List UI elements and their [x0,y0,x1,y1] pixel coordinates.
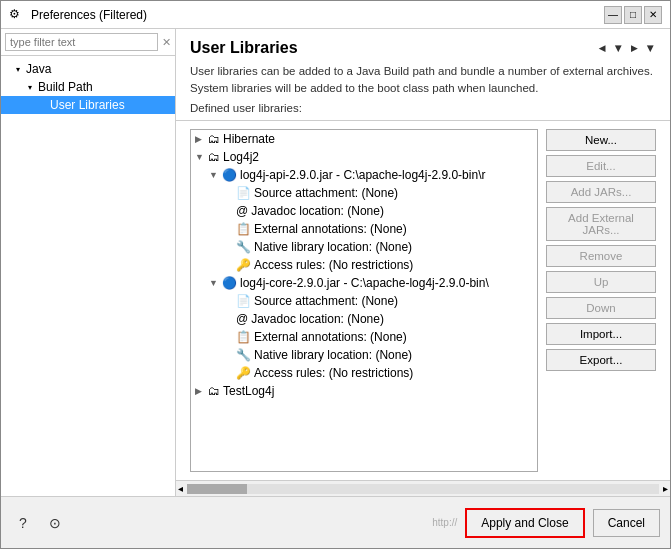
new-button[interactable]: New... [546,129,656,151]
content-header: User Libraries ◂ ▾ ▸ ▾ User libraries ca… [176,29,670,121]
list-item[interactable]: ▼ 🔵 log4j-api-2.9.0.jar - C:\apache-log4… [191,166,537,184]
sidebar-tree: ▾ Java ▾ Build Path User Libraries [1,56,175,496]
expand-icon: ▼ [209,170,219,180]
lib-type-icon: @ [236,204,248,218]
spacer [223,242,233,252]
horizontal-scrollbar[interactable]: ◂ ▸ [176,480,670,496]
lib-label: Log4j2 [223,150,259,164]
remove-button[interactable]: Remove [546,245,656,267]
lib-label: Hibernate [223,132,275,146]
list-item[interactable]: 📋 External annotations: (None) [191,220,537,238]
title-bar: ⚙ Preferences (Filtered) — □ ✕ [1,1,670,29]
spacer [223,332,233,342]
main-area: ✕ ▾ Java ▾ Build Path User Libraries [1,29,670,496]
nav-back-button[interactable]: ◂ [596,40,608,56]
list-item[interactable]: 🔑 Access rules: (No restrictions) [191,256,537,274]
scroll-right-button[interactable]: ▸ [661,483,670,494]
list-item[interactable]: ▼ 🔵 log4j-core-2.9.0.jar - C:\apache-log… [191,274,537,292]
content-title-text: User Libraries [190,39,298,57]
footer-left: ? ⊙ [11,511,67,535]
spacer [223,314,233,324]
expand-icon: ▶ [195,134,205,144]
lib-label: log4j-core-2.9.0.jar - C:\apache-log4j-2… [240,276,489,290]
list-item[interactable]: ▼ 🗂 Log4j2 [191,148,537,166]
filter-input[interactable] [5,33,158,51]
lib-label: Native library location: (None) [254,240,412,254]
list-item[interactable]: 📄 Source attachment: (None) [191,184,537,202]
defined-label: Defined user libraries: [190,102,656,114]
list-item[interactable]: 📋 External annotations: (None) [191,328,537,346]
lib-type-icon: @ [236,312,248,326]
export-button[interactable]: Export... [546,349,656,371]
expand-icon: ▶ [195,386,205,396]
list-item[interactable]: @ Javadoc location: (None) [191,310,537,328]
edit-button[interactable]: Edit... [546,155,656,177]
apply-and-close-button[interactable]: Apply and Close [465,508,584,538]
expand-icon: ▼ [209,278,219,288]
list-item[interactable]: 🔑 Access rules: (No restrictions) [191,364,537,382]
library-tree[interactable]: ▶ 🗂 Hibernate ▼ 🗂 Log4j2 ▼ [190,129,538,473]
import-button[interactable]: Import... [546,323,656,345]
footer-right: http:// Apply and Close Cancel [432,508,660,538]
list-item[interactable]: 📄 Source attachment: (None) [191,292,537,310]
nav-forward-button[interactable]: ▸ [628,40,640,56]
maximize-button[interactable]: □ [624,6,642,24]
add-jars-button[interactable]: Add JARs... [546,181,656,203]
spacer [223,260,233,270]
library-tree-inner: ▶ 🗂 Hibernate ▼ 🗂 Log4j2 ▼ [191,130,537,400]
spacer [223,188,233,198]
filter-clear-icon[interactable]: ✕ [162,36,171,49]
lib-type-icon: 🗂 [208,384,220,398]
lib-type-icon: 🔵 [222,276,237,290]
add-external-jars-button[interactable]: Add External JARs... [546,207,656,241]
lib-type-icon: 🔧 [236,348,251,362]
nav-dropdown2-button[interactable]: ▾ [644,40,656,56]
footer-url: http:// [432,517,457,528]
preferences-icon-button[interactable]: ⊙ [43,511,67,535]
expand-icon: ▾ [25,83,35,92]
lib-type-icon: 🔑 [236,366,251,380]
content-body: ▶ 🗂 Hibernate ▼ 🗂 Log4j2 ▼ [176,121,670,481]
content-title-row: User Libraries ◂ ▾ ▸ ▾ [190,39,656,57]
scroll-left-button[interactable]: ◂ [176,483,185,494]
lib-label: Javadoc location: (None) [251,312,384,326]
list-item[interactable]: @ Javadoc location: (None) [191,202,537,220]
sidebar-item-label: Build Path [38,80,93,94]
preferences-window: ⚙ Preferences (Filtered) — □ ✕ ✕ ▾ Java … [0,0,671,549]
list-item[interactable]: 🔧 Native library location: (None) [191,238,537,256]
spacer [223,296,233,306]
up-button[interactable]: Up [546,271,656,293]
sidebar-item-buildpath[interactable]: ▾ Build Path [1,78,175,96]
action-buttons: New... Edit... Add JARs... Add External … [546,129,656,473]
title-bar-left: ⚙ Preferences (Filtered) [9,7,147,23]
lib-label: TestLog4j [223,384,274,398]
lib-type-icon: 🔵 [222,168,237,182]
lib-type-icon: 📋 [236,330,251,344]
lib-label: Source attachment: (None) [254,294,398,308]
down-button[interactable]: Down [546,297,656,319]
close-button[interactable]: ✕ [644,6,662,24]
sidebar-item-userlibraries[interactable]: User Libraries [1,96,175,114]
lib-type-icon: 🔑 [236,258,251,272]
spacer [223,368,233,378]
sidebar: ✕ ▾ Java ▾ Build Path User Libraries [1,29,176,496]
cancel-button[interactable]: Cancel [593,509,660,537]
sidebar-item-label: Java [26,62,51,76]
lib-label: Javadoc location: (None) [251,204,384,218]
filter-box: ✕ [1,29,175,56]
lib-type-icon: 📄 [236,294,251,308]
list-item[interactable]: ▶ 🗂 TestLog4j [191,382,537,400]
window-title: Preferences (Filtered) [31,8,147,22]
help-button[interactable]: ? [11,511,35,535]
lib-type-icon: 📄 [236,186,251,200]
sidebar-item-java[interactable]: ▾ Java [1,60,175,78]
minimize-button[interactable]: — [604,6,622,24]
nav-arrows: ◂ ▾ ▸ ▾ [596,40,656,56]
spacer [223,206,233,216]
expand-icon: ▼ [195,152,205,162]
nav-dropdown-button[interactable]: ▾ [612,40,624,56]
lib-label: Native library location: (None) [254,348,412,362]
list-item[interactable]: ▶ 🗂 Hibernate [191,130,537,148]
scrollbar-thumb[interactable] [187,484,247,494]
list-item[interactable]: 🔧 Native library location: (None) [191,346,537,364]
